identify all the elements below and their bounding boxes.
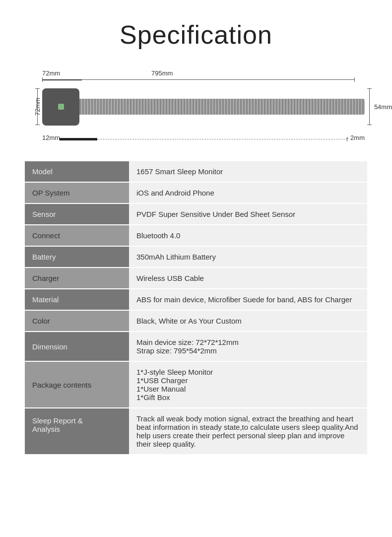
value-sensor: PVDF Super Sensitive Under Bed Sheet Sen…	[129, 204, 367, 224]
dim-height-label: 72mm	[34, 98, 41, 116]
thickness-dashed-line	[98, 139, 347, 139]
value-sleep-report: Track all weak body motion signal, extra…	[129, 408, 367, 454]
dim-bottom-right: - 2mm	[346, 134, 365, 141]
value-package: 1*J-style Sleep Monitor 1*USB Charger 1*…	[129, 362, 367, 407]
spec-row-dimension: Dimension Main device size: 72*72*12mm S…	[25, 332, 367, 361]
label-sleep-report: Sleep Report &Analysis	[25, 408, 129, 454]
label-charger: Charger	[25, 268, 129, 288]
right-vert-line	[369, 88, 370, 125]
dim-72-label: 72mm	[42, 69, 60, 77]
value-charger: Wireless USB Cable	[129, 268, 367, 288]
value-dimension: Main device size: 72*72*12mm Strap size:…	[129, 332, 367, 361]
spec-row-opsystem: OP System iOS and Android Phone	[25, 183, 367, 203]
full-dim-line	[42, 79, 355, 80]
label-model: Model	[25, 161, 129, 182]
device-box	[42, 88, 79, 126]
label-connect: Connect	[25, 225, 129, 246]
page: Specification 72mm 795mm 72mm	[0, 0, 392, 475]
dim-line-2: Strap size: 795*54*2mm	[136, 346, 360, 355]
label-sensor: Sensor	[25, 204, 129, 224]
label-battery: Battery	[25, 247, 129, 267]
value-battery: 350mAh Lithium Battery	[129, 247, 367, 267]
spec-row-battery: Battery 350mAh Lithium Battery	[25, 247, 367, 267]
pkg-line-3: 1*User Manual	[136, 385, 360, 393]
spec-row-material: Material ABS for main device, Microfiber…	[25, 289, 367, 310]
value-color: Black, White or As Your Custom	[129, 311, 367, 331]
value-material: ABS for main device, Microfiber Suede fo…	[129, 289, 367, 310]
spec-row-charger: Charger Wireless USB Cable	[25, 268, 367, 288]
pkg-line-2: 1*USB Charger	[136, 376, 360, 385]
value-model: 1657 Smart Sleep Monitor	[129, 161, 367, 182]
dim-right-label: 54mm	[374, 103, 392, 111]
value-connect: Bluetooth 4.0	[129, 225, 367, 246]
page-title: Specification	[25, 20, 367, 50]
dim-bottom-left: 12mm	[42, 134, 60, 141]
thickness-row: 12mm - 2mm	[42, 132, 365, 146]
dim-795-label: 795mm	[151, 69, 173, 77]
spec-table: Model 1657 Smart Sleep Monitor OP System…	[25, 161, 367, 454]
spec-row-connect: Connect Bluetooth 4.0	[25, 225, 367, 246]
value-opsystem: iOS and Android Phone	[129, 183, 367, 203]
spec-row-package: Package contents 1*J-style Sleep Monitor…	[25, 362, 367, 407]
band-row: 72mm 54mm	[42, 84, 365, 129]
band-strip	[79, 99, 365, 115]
pkg-line-4: 1*Gift Box	[136, 393, 360, 402]
device-indicator	[58, 104, 64, 110]
dim-72-line	[42, 79, 82, 80]
label-material: Material	[25, 289, 129, 310]
label-package: Package contents	[25, 362, 129, 407]
spec-row-sleep-report: Sleep Report &Analysis Track all weak bo…	[25, 408, 367, 454]
spec-row-model: Model 1657 Smart Sleep Monitor	[25, 161, 367, 182]
spec-row-sensor: Sensor PVDF Super Sensitive Under Bed Sh…	[25, 204, 367, 224]
label-dimension: Dimension	[25, 332, 129, 361]
dim-line-1: Main device size: 72*72*12mm	[136, 338, 360, 346]
pkg-line-1: 1*J-style Sleep Monitor	[136, 368, 360, 376]
label-color: Color	[25, 311, 129, 331]
thickness-bar	[60, 138, 97, 140]
diagram-section: 72mm 795mm 72mm	[27, 69, 365, 146]
label-opsystem: OP System	[25, 183, 129, 203]
spec-row-color: Color Black, White or As Your Custom	[25, 311, 367, 331]
